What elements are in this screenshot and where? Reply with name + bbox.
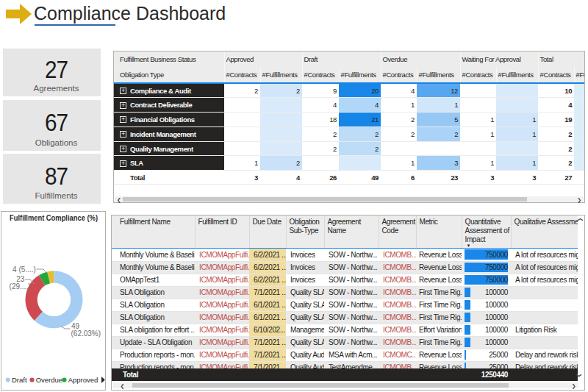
svg-text:(29....): (29....) [10,282,31,291]
svg-text:4 (5....): 4 (5....) [12,266,36,274]
svg-text:(62.03%): (62.03%) [71,329,101,338]
svg-text:Approved: Approved [68,376,98,384]
svg-text:Overdue: Overdue [36,376,62,384]
svg-text:Fulfillment Compliance (%): Fulfillment Compliance (%) [10,213,98,222]
svg-text:Draft: Draft [12,376,27,384]
